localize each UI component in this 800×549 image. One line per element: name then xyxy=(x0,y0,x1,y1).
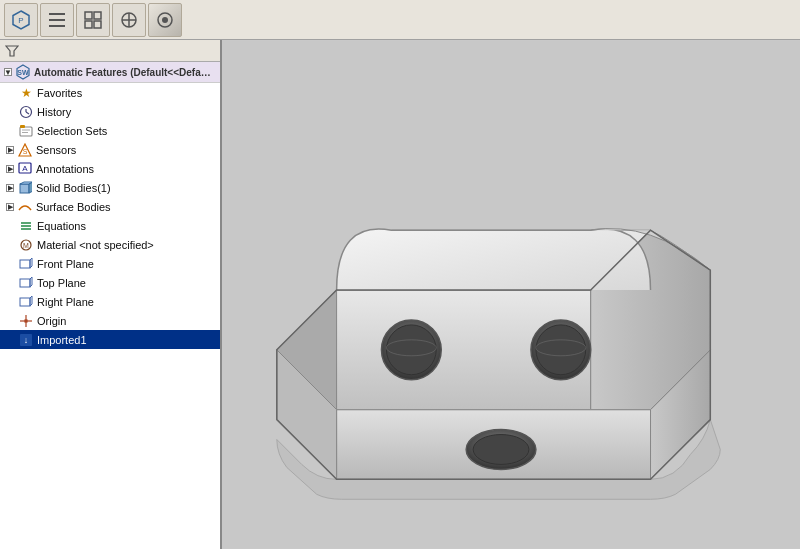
front-plane-label: Front Plane xyxy=(37,258,94,270)
annotations-collapse[interactable]: ▶ xyxy=(6,165,14,173)
svg-rect-20 xyxy=(20,127,32,136)
svg-marker-41 xyxy=(30,296,32,306)
favorites-icon: ★ xyxy=(18,85,34,101)
favorites-label: Favorites xyxy=(37,87,82,99)
top-plane-icon xyxy=(18,275,34,291)
svg-rect-36 xyxy=(20,260,30,268)
svg-text:SW: SW xyxy=(17,69,29,76)
part-icon-btn[interactable]: P xyxy=(4,3,38,37)
svg-marker-14 xyxy=(6,46,18,56)
selection-sets-icon xyxy=(18,123,34,139)
history-icon xyxy=(18,104,34,120)
tree-item-right-plane[interactable]: Right Plane xyxy=(0,292,220,311)
material-label: Material <not specified> xyxy=(37,239,154,251)
svg-point-64 xyxy=(386,325,436,375)
tree-item-top-plane[interactable]: Top Plane xyxy=(0,273,220,292)
surface-bodies-icon xyxy=(17,199,33,215)
config-manager-btn[interactable] xyxy=(112,3,146,37)
tree-item-material[interactable]: M Material <not specified> xyxy=(0,235,220,254)
svg-text:P: P xyxy=(18,16,23,25)
svg-point-13 xyxy=(162,17,168,23)
sensors-icon: S xyxy=(17,142,33,158)
equations-icon xyxy=(18,218,34,234)
material-icon: M xyxy=(18,237,34,253)
dim-expert-btn[interactable] xyxy=(148,3,182,37)
svg-rect-21 xyxy=(20,125,25,128)
svg-text:M: M xyxy=(23,242,29,249)
tree-item-history[interactable]: History xyxy=(0,102,220,121)
feature-tree-header xyxy=(0,40,220,62)
feature-manager-btn[interactable] xyxy=(40,3,74,37)
tree-item-sensors[interactable]: ▶ S Sensors xyxy=(0,140,220,159)
origin-icon xyxy=(18,313,34,329)
equations-label: Equations xyxy=(37,220,86,232)
svg-marker-39 xyxy=(30,277,32,287)
sensors-label: Sensors xyxy=(36,144,76,156)
tree-item-surface-bodies[interactable]: ▶ Surface Bodies xyxy=(0,197,220,216)
svg-point-67 xyxy=(473,435,529,465)
surface-bodies-label: Surface Bodies xyxy=(36,201,111,213)
annotations-label: Annotations xyxy=(36,163,94,175)
tree-item-annotations[interactable]: ▶ A Annotations xyxy=(0,159,220,178)
svg-rect-28 xyxy=(20,184,29,193)
sensors-collapse[interactable]: ▶ xyxy=(6,146,14,154)
cad-svg xyxy=(222,40,800,549)
surface-bodies-collapse[interactable]: ▶ xyxy=(6,203,14,211)
viewport[interactable] xyxy=(222,40,800,549)
solid-bodies-icon xyxy=(17,180,33,196)
feature-tree-panel: ▼ SW Automatic Features (Default<<Defaul… xyxy=(0,40,222,549)
filter-icon[interactable] xyxy=(4,43,20,59)
svg-marker-37 xyxy=(30,258,32,268)
annotations-icon: A xyxy=(17,161,33,177)
right-plane-icon xyxy=(18,294,34,310)
svg-text:S: S xyxy=(23,148,28,155)
svg-rect-6 xyxy=(94,12,101,19)
feature-tree-content[interactable]: ▼ SW Automatic Features (Default<<Defaul… xyxy=(0,62,220,549)
property-manager-btn[interactable] xyxy=(76,3,110,37)
tree-item-equations[interactable]: Equations xyxy=(0,216,220,235)
svg-text:↓: ↓ xyxy=(24,335,29,345)
top-plane-label: Top Plane xyxy=(37,277,86,289)
tree-item-selection-sets[interactable]: Selection Sets xyxy=(0,121,220,140)
tree-item-front-plane[interactable]: Front Plane xyxy=(0,254,220,273)
svg-rect-5 xyxy=(85,12,92,19)
svg-point-42 xyxy=(24,319,28,323)
front-plane-icon xyxy=(18,256,34,272)
tree-root-item[interactable]: ▼ SW Automatic Features (Default<<Defaul… xyxy=(0,62,220,83)
root-label: Automatic Features (Default<<Default>_[ xyxy=(34,67,216,78)
svg-line-19 xyxy=(26,112,29,114)
svg-rect-4 xyxy=(49,25,65,27)
tree-item-origin[interactable]: Origin xyxy=(0,311,220,330)
tree-item-solid-bodies[interactable]: ▶ Solid Bodies(1) xyxy=(0,178,220,197)
solid-bodies-collapse[interactable]: ▶ xyxy=(6,184,14,192)
svg-rect-3 xyxy=(49,19,65,21)
svg-rect-7 xyxy=(85,21,92,28)
selection-sets-label: Selection Sets xyxy=(37,125,107,137)
svg-rect-38 xyxy=(20,279,30,287)
svg-rect-2 xyxy=(49,13,65,15)
svg-rect-40 xyxy=(20,298,30,306)
origin-label: Origin xyxy=(37,315,66,327)
svg-point-61 xyxy=(536,325,586,375)
tree-item-favorites[interactable]: ★ Favorites xyxy=(0,83,220,102)
svg-rect-8 xyxy=(94,21,101,28)
history-label: History xyxy=(37,106,71,118)
svg-marker-30 xyxy=(29,182,32,193)
main-area: ▼ SW Automatic Features (Default<<Defaul… xyxy=(0,40,800,549)
solid-bodies-label: Solid Bodies(1) xyxy=(36,182,111,194)
imported1-icon: ↓ xyxy=(18,332,34,348)
right-plane-label: Right Plane xyxy=(37,296,94,308)
imported1-label: Imported1 xyxy=(37,334,87,346)
toolbar: P xyxy=(0,0,800,40)
svg-text:A: A xyxy=(22,164,28,173)
tree-item-imported1[interactable]: ↓ Imported1 xyxy=(0,330,220,349)
root-collapse[interactable]: ▼ xyxy=(4,68,12,76)
